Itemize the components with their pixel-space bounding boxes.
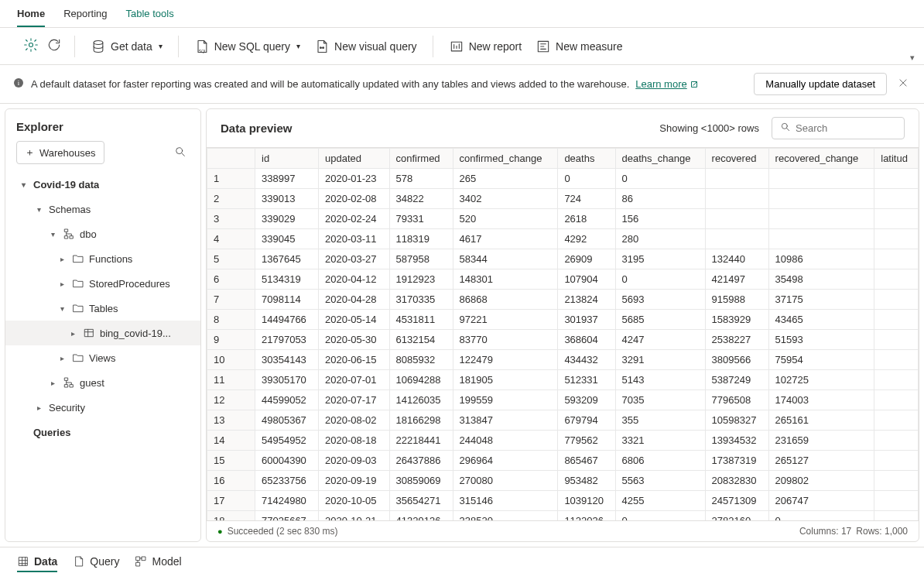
table-row[interactable]: 43390452020-03-1111831946174292280 — [207, 229, 919, 249]
new-measure-button[interactable]: New measure — [532, 36, 625, 57]
tree-bing-covid[interactable]: ▸ bing_covid-19... — [5, 321, 200, 345]
tree-db[interactable]: ▾ Covid-19 data — [5, 172, 200, 197]
columns-count: Columns: 17 — [799, 526, 851, 537]
chevron-down-icon: ▾ — [16, 180, 30, 189]
table-row[interactable]: 513676452020-03-275879585834426909319513… — [207, 249, 919, 269]
tree-views[interactable]: ▸ Views — [5, 345, 200, 370]
table-cell: 3809566 — [705, 350, 768, 370]
table-row[interactable]: 11393051702020-07-0110694288181905512331… — [207, 370, 919, 390]
explorer-search-icon[interactable] — [171, 142, 190, 163]
column-header[interactable]: recovered — [705, 149, 768, 169]
table-cell: 2020-07-01 — [319, 370, 390, 390]
column-header[interactable]: recovered_change — [768, 149, 874, 169]
table-row[interactable]: 8144947662020-05-14453181197221301937568… — [207, 310, 919, 330]
new-visual-query-button[interactable]: New visual query — [311, 36, 420, 57]
table-row[interactable]: 13498053672020-08-0218166298313847679794… — [207, 410, 919, 431]
table-row[interactable]: 33390292020-02-24793315202618156 — [207, 209, 919, 229]
tab-home[interactable]: Home — [17, 2, 45, 27]
tab-table-tools[interactable]: Table tools — [126, 2, 174, 27]
table-cell: 0 — [615, 169, 705, 189]
table-row[interactable]: 651343192020-04-121912923148301107904042… — [207, 269, 919, 290]
table-cell — [768, 209, 874, 229]
table-cell: 26909 — [558, 249, 615, 269]
table-row[interactable]: 15600043902020-09-0326437886296964865467… — [207, 451, 919, 471]
bottom-tab-data[interactable]: Data — [17, 555, 57, 572]
row-number-cell: 13 — [207, 410, 255, 431]
column-header[interactable]: confirmed_change — [453, 149, 558, 169]
table-cell: 7035 — [615, 390, 705, 410]
table-cell: 118319 — [389, 229, 453, 249]
table-row[interactable]: 18770356672020-10-2141329136338520112203… — [207, 511, 919, 521]
table-row[interactable]: 23390132020-02-0834822340272486 — [207, 189, 919, 209]
table-cell: 5134319 — [255, 269, 319, 290]
table-cell — [874, 290, 919, 310]
table-cell — [874, 229, 919, 249]
row-number-cell: 18 — [207, 511, 255, 521]
table-cell: 60004390 — [255, 451, 319, 471]
table-cell: 83770 — [453, 330, 558, 350]
new-sql-query-button[interactable]: SQL New SQL query ▾ — [191, 36, 303, 57]
refresh-icon[interactable] — [46, 37, 62, 55]
column-header[interactable]: confirmed — [389, 149, 453, 169]
table-row[interactable]: 16652337562020-09-1930859069270080953482… — [207, 471, 919, 491]
svg-rect-14 — [65, 378, 68, 380]
tree-sprocs[interactable]: ▸ StoredProcedures — [5, 271, 200, 296]
table-cell: 4255 — [615, 491, 705, 511]
manually-update-button[interactable]: Manually update dataset — [754, 73, 887, 95]
table-cell: 5685 — [615, 310, 705, 330]
svg-rect-10 — [65, 229, 68, 232]
tree-guest[interactable]: ▸ guest — [5, 370, 200, 395]
settings-icon[interactable] — [23, 37, 39, 55]
column-header[interactable]: id — [255, 149, 319, 169]
get-data-button[interactable]: Get data ▾ — [87, 36, 166, 57]
table-cell: 265127 — [768, 451, 874, 471]
table-cell: 4247 — [615, 330, 705, 350]
tab-reporting[interactable]: Reporting — [63, 2, 107, 27]
tree-schemas[interactable]: ▾ Schemas — [5, 197, 200, 221]
table-cell: 21797053 — [255, 330, 319, 350]
table-cell: 339045 — [255, 229, 319, 249]
table-row[interactable]: 10303541432020-06-1580859321224794344323… — [207, 350, 919, 370]
table-row[interactable]: 17714249802020-10-0535654271315146103912… — [207, 491, 919, 511]
table-cell — [874, 310, 919, 330]
tree-security[interactable]: ▸ Security — [5, 395, 200, 420]
bottom-tab-query[interactable]: Query — [73, 555, 119, 572]
tree-tables[interactable]: ▾ Tables — [5, 296, 200, 321]
table-cell: 24571309 — [705, 491, 768, 511]
table-cell: 244048 — [453, 431, 558, 451]
search-input[interactable] — [796, 122, 896, 134]
search-input-container[interactable] — [772, 117, 905, 139]
warehouses-button[interactable]: ＋ Warehouses — [16, 141, 104, 164]
table-cell: 77035667 — [255, 511, 319, 521]
column-header[interactable]: deaths_change — [615, 149, 705, 169]
svg-rect-12 — [70, 236, 73, 239]
table-row[interactable]: 770981142020-04-283170335868682138245693… — [207, 290, 919, 310]
column-header[interactable]: latitud — [874, 149, 919, 169]
ribbon-overflow-icon[interactable]: ▾ — [910, 53, 915, 63]
row-number-cell: 17 — [207, 491, 255, 511]
table-cell: 0 — [615, 269, 705, 290]
table-row[interactable]: 14549549522020-08-1822218441244048779562… — [207, 431, 919, 451]
table-cell: 0 — [768, 511, 874, 521]
table-row[interactable]: 9217970532020-05-30613215483770368604424… — [207, 330, 919, 350]
table-cell: 3321 — [615, 431, 705, 451]
table-cell: 43465 — [768, 310, 874, 330]
close-icon[interactable] — [895, 74, 912, 94]
table-cell — [705, 229, 768, 249]
tree-functions[interactable]: ▸ Functions — [5, 246, 200, 271]
new-report-button[interactable]: New report — [446, 36, 525, 57]
table-cell: 213824 — [558, 290, 615, 310]
table-cell: 17387319 — [705, 451, 768, 471]
table-cell: 86 — [615, 189, 705, 209]
table-row[interactable]: 13389972020-01-2357826500 — [207, 169, 919, 189]
bottom-tab-model[interactable]: Model — [135, 555, 181, 572]
table-cell: 434432 — [558, 350, 615, 370]
table-cell: 6806 — [615, 451, 705, 471]
column-header[interactable]: updated — [319, 149, 390, 169]
table-cell: 14126035 — [389, 390, 453, 410]
learn-more-link[interactable]: Learn more — [635, 78, 698, 90]
column-header[interactable]: deaths — [558, 149, 615, 169]
tree-dbo[interactable]: ▾ dbo — [5, 221, 200, 246]
tree-queries[interactable]: Queries — [5, 420, 200, 444]
table-row[interactable]: 12445990522020-07-1714126035199559593209… — [207, 390, 919, 410]
